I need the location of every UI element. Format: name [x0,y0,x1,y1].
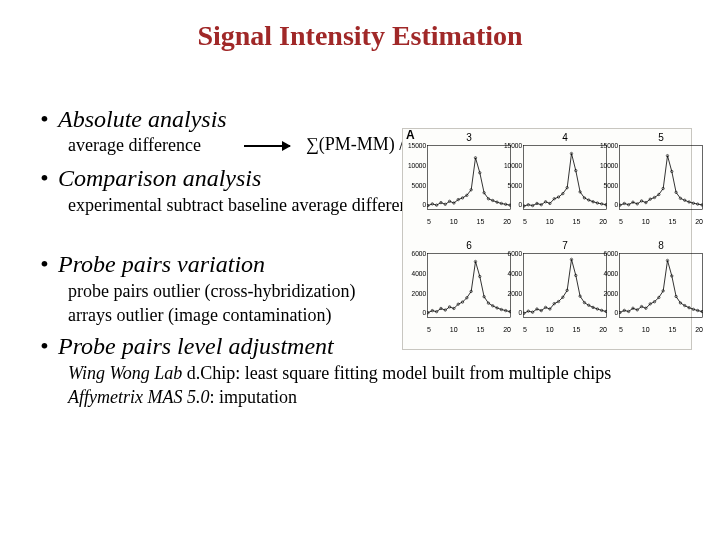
ppa-sub2-rest: : imputation [209,387,297,407]
mini-chart-8: 860004000200005101520 [619,243,703,343]
x-ticks: 5101520 [523,326,607,333]
mini-chart-4: 41500010000500005101520 [523,135,607,235]
mini-chart-title: 4 [523,132,607,143]
y-ticks: 6000400020000 [404,251,426,317]
mini-chart-7: 760004000200005101520 [523,243,607,343]
avg-diff-label: average difference [68,135,201,156]
chart-svg [523,135,607,221]
mini-chart-title: 7 [523,240,607,251]
mini-chart-title: 3 [427,132,511,143]
x-ticks: 5101520 [619,218,703,225]
chart-svg [619,135,703,221]
panel-label: A [406,128,415,142]
bullet-text: Absolute analysis [58,106,227,132]
svg-rect-0 [428,146,511,210]
x-ticks: 5101520 [427,326,511,333]
mini-chart-3: 31500010000500005101520 [427,135,511,235]
x-ticks: 5101520 [523,218,607,225]
mini-chart-title: 6 [427,240,511,251]
chart-svg [427,243,511,329]
y-ticks: 150001000050000 [404,143,426,209]
y-ticks: 150001000050000 [596,143,618,209]
mini-chart-title: 8 [619,240,703,251]
mini-chart-title: 5 [619,132,703,143]
y-ticks: 150001000050000 [500,143,522,209]
x-ticks: 5101520 [619,326,703,333]
arrow-icon [244,145,290,147]
bullet-text: Probe pairs level adjustment [58,333,334,359]
y-ticks: 6000400020000 [596,251,618,317]
chart-svg [619,243,703,329]
bullet-text: Probe pairs variation [58,251,265,277]
ppa-sub2: Affymetrix MAS 5.0: imputation [68,386,680,409]
ppa-sub1-rest: d.Chip: least square fitting model built… [182,363,611,383]
mini-chart-6: 660004000200005101520 [427,243,511,343]
ppa-sub1: Wing Wong Lab d.Chip: least square fitti… [68,362,680,385]
y-ticks: 6000400020000 [500,251,522,317]
svg-rect-42 [620,146,703,210]
x-ticks: 5101520 [427,218,511,225]
slide-title: Signal Intensity Estimation [0,20,720,52]
chart-svg [523,243,607,329]
mini-chart-5: 51500010000500005101520 [619,135,703,235]
ppa-sub2-italic: Affymetrix MAS 5.0 [68,387,209,407]
bullet-text: Comparison analysis [58,165,261,191]
slide: Signal Intensity Estimation •Absolute an… [0,0,720,540]
chart-svg [427,135,511,221]
svg-rect-21 [524,146,607,210]
ppa-sub1-italic: Wing Wong Lab [68,363,182,383]
chart-panel: A 31500010000500005101520415000100005000… [402,128,692,350]
